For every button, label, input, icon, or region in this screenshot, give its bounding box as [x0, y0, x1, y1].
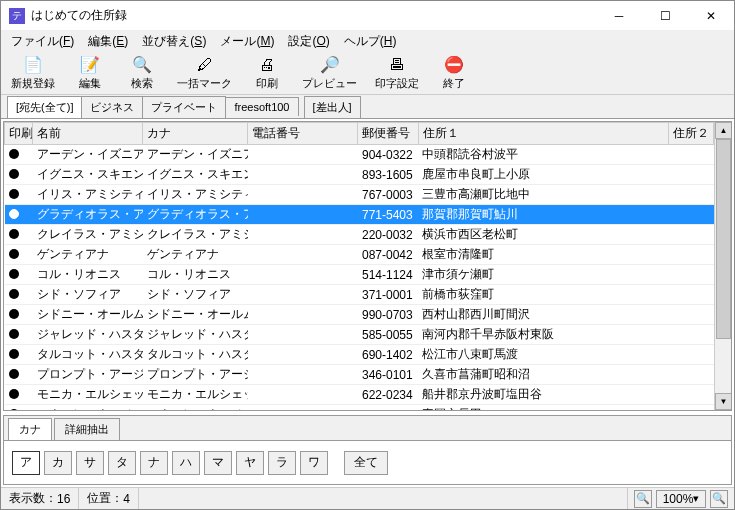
toolbar-button[interactable]: 📄新規登録 — [5, 53, 61, 93]
status-spacer — [139, 488, 628, 509]
print-mark — [5, 385, 33, 405]
column-header[interactable]: 印刷 — [5, 123, 33, 145]
kana-button[interactable]: ナ — [140, 451, 168, 475]
toolbar-button[interactable]: 🖨印刷 — [244, 53, 290, 93]
cell-addr1: 鹿屋市串良町上小原 — [418, 165, 668, 185]
cell-zip: 990-0703 — [358, 305, 418, 325]
kana-button[interactable]: カ — [44, 451, 72, 475]
table-row[interactable]: アーデン・イズニアアーデン・イズニア904-0322中頭郡読谷村波平 — [5, 145, 714, 165]
print-mark — [5, 245, 33, 265]
cell-addr1: 南河内郡千早赤阪村東阪 — [418, 325, 668, 345]
table-row[interactable]: ゲンティアナゲンティアナ087-0042根室市清隆町 — [5, 245, 714, 265]
menu-item[interactable]: ファイル(F) — [5, 31, 80, 52]
kana-button[interactable]: ラ — [268, 451, 296, 475]
kana-button[interactable]: ヤ — [236, 451, 264, 475]
filter-tab[interactable]: カナ — [8, 418, 52, 440]
column-header[interactable]: 住所１ — [418, 123, 668, 145]
kana-button[interactable]: ハ — [172, 451, 200, 475]
print-mark — [5, 365, 33, 385]
toolbar-button[interactable]: 🖶印字設定 — [369, 53, 425, 93]
kana-button[interactable]: ア — [12, 451, 40, 475]
column-header[interactable]: カナ — [143, 123, 248, 145]
cell-name: グラディオラス・アミシティア — [33, 205, 143, 225]
menubar: ファイル(F)編集(E)並び替え(S)メール(M)設定(O)ヘルプ(H) — [1, 31, 734, 51]
cell-tel — [248, 385, 358, 405]
cell-name: タルコット・ハスタ — [33, 345, 143, 365]
print-mark — [5, 165, 33, 185]
cell-kana: イリス・アミシティア — [143, 185, 248, 205]
cell-kana: シドニー・オールム — [143, 305, 248, 325]
cell-addr2 — [668, 145, 713, 165]
scroll-up-button[interactable]: ▲ — [715, 122, 732, 139]
cell-tel — [248, 305, 358, 325]
table-row[interactable]: タルコット・ハスタタルコット・ハスタ690-1402松江市八束町馬渡 — [5, 345, 714, 365]
toolbar-button[interactable]: 📝編集 — [67, 53, 113, 93]
close-button[interactable]: ✕ — [688, 1, 734, 31]
table-row[interactable]: クレイラス・アミシティアクレイラス・アミシティア220-0032横浜市西区老松町 — [5, 225, 714, 245]
maximize-button[interactable]: ☐ — [642, 1, 688, 31]
toolbar-label: 編集 — [79, 76, 101, 91]
view-tab[interactable]: ビジネス — [81, 96, 143, 118]
zoom-in-button[interactable]: 🔍 — [710, 490, 728, 508]
scroll-down-button[interactable]: ▼ — [715, 393, 732, 410]
status-count: 表示数：16 — [1, 488, 79, 509]
toolbar-button[interactable]: 🖊一括マーク — [171, 53, 238, 93]
cell-name: モニカ・エルシェット — [33, 385, 143, 405]
table-row[interactable]: プロンプト・アージェンタムプロンプト・アージェンタム346-0101久喜市菖蒲町… — [5, 365, 714, 385]
view-tab[interactable]: プライベート — [142, 96, 226, 118]
kana-button[interactable]: タ — [108, 451, 136, 475]
table-row[interactable]: ジャレッド・ハスタジャレッド・ハスタ585-0055南河内郡千早赤阪村東阪 — [5, 325, 714, 345]
編集-icon: 📝 — [80, 55, 100, 75]
cell-addr2 — [668, 205, 713, 225]
cell-name: ゲンティアナ — [33, 245, 143, 265]
印刷-icon: 🖨 — [257, 55, 277, 75]
cell-kana: グラディオラス・アミシティア — [143, 205, 248, 225]
zoom-level[interactable]: 100% ▾ — [656, 490, 706, 508]
終了-icon: ⛔ — [444, 55, 464, 75]
view-tab[interactable]: [宛先(全て)] — [7, 96, 82, 118]
view-tab-sender[interactable]: [差出人] — [304, 96, 361, 118]
table-row[interactable]: グラディオラス・アミシティアグラディオラス・アミシティア771-5403那賀郡那… — [5, 205, 714, 225]
cell-zip: 690-1402 — [358, 345, 418, 365]
menu-item[interactable]: 編集(E) — [82, 31, 134, 52]
toolbar-button[interactable]: 🔎プレビュー — [296, 53, 363, 93]
kana-button[interactable]: マ — [204, 451, 232, 475]
data-grid[interactable]: 印刷名前カナ電話番号郵便番号住所１住所２アーデン・イズニアアーデン・イズニア90… — [4, 122, 714, 410]
table-row[interactable]: シド・ソフィアシド・ソフィア371-0001前橋市荻窪町 — [5, 285, 714, 305]
menu-item[interactable]: メール(M) — [214, 31, 280, 52]
table-row[interactable]: イグニス・スキエンティアイグニス・スキエンティア893-1605鹿屋市串良町上小… — [5, 165, 714, 185]
cell-addr1: 西村山郡西川町間沢 — [418, 305, 668, 325]
menu-item[interactable]: 並び替え(S) — [136, 31, 212, 52]
kana-button[interactable]: サ — [76, 451, 104, 475]
cell-addr2 — [668, 285, 713, 305]
cell-name: シド・ソフィア — [33, 285, 143, 305]
scroll-thumb[interactable] — [716, 139, 731, 339]
table-row[interactable]: イリス・アミシティアイリス・アミシティア767-0003三豊市高瀬町比地中 — [5, 185, 714, 205]
zoom-out-button[interactable]: 🔍 — [634, 490, 652, 508]
table-row[interactable]: コル・リオニスコル・リオニス514-1124津市須ケ瀬町 — [5, 265, 714, 285]
cell-addr2 — [668, 365, 713, 385]
table-row[interactable]: シドニー・オールムシドニー・オールム990-0703西村山郡西川町間沢 — [5, 305, 714, 325]
toolbar-button[interactable]: ⛔終了 — [431, 53, 477, 93]
kana-all-button[interactable]: 全て — [344, 451, 388, 475]
kana-button[interactable]: ワ — [300, 451, 328, 475]
view-tab[interactable]: freesoft100 — [225, 97, 298, 116]
minimize-button[interactable]: ─ — [596, 1, 642, 31]
menu-item[interactable]: 設定(O) — [282, 31, 335, 52]
vertical-scrollbar[interactable]: ▲ ▼ — [714, 122, 731, 410]
cell-addr2 — [668, 405, 713, 411]
cell-kana: ルナフレーナ・ノックス・フルーレ — [143, 405, 248, 411]
cell-tel — [248, 265, 358, 285]
cell-zip: 220-0032 — [358, 225, 418, 245]
menu-item[interactable]: ヘルプ(H) — [338, 31, 403, 52]
column-header[interactable]: 電話番号 — [248, 123, 358, 145]
print-mark — [5, 145, 33, 165]
column-header[interactable]: 住所２ — [668, 123, 713, 145]
table-row[interactable]: ルナフレーナ・ノックス・フルーレルナフレーナ・ノックス・フルーレ321-4364… — [5, 405, 714, 411]
column-header[interactable]: 名前 — [33, 123, 143, 145]
table-row[interactable]: モニカ・エルシェットモニカ・エルシェット622-0234船井郡京丹波町塩田谷 — [5, 385, 714, 405]
column-header[interactable]: 郵便番号 — [358, 123, 418, 145]
cell-zip: 893-1605 — [358, 165, 418, 185]
filter-tab[interactable]: 詳細抽出 — [54, 418, 120, 440]
toolbar-button[interactable]: 🔍検索 — [119, 53, 165, 93]
